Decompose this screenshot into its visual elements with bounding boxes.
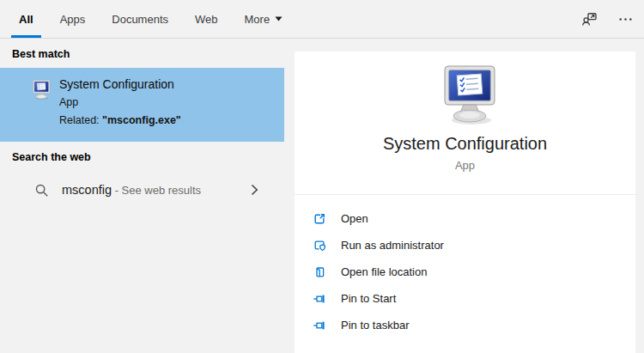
best-match-result[interactable]: System Configuration App Related: "mscon… (0, 68, 284, 142)
launch-icon (313, 212, 326, 226)
tab-all[interactable]: All (11, 0, 41, 38)
action-pin-to-start[interactable]: Pin to Start (313, 285, 635, 312)
tab-documents-label: Documents (112, 13, 168, 26)
web-query: msconfig (62, 183, 112, 197)
admin-shield-icon (313, 239, 326, 253)
related-label: Related: (59, 114, 102, 126)
context-actions: Open Run as administrator (295, 195, 635, 338)
web-search-result[interactable]: msconfig - See web results (0, 171, 284, 209)
more-options-icon[interactable] (617, 11, 634, 28)
preview-panel: System Configuration App Open (295, 52, 635, 353)
tab-apps-label: Apps (60, 13, 86, 26)
action-run-as-admin[interactable]: Run as administrator (313, 232, 635, 259)
pin-icon (313, 292, 326, 306)
tab-web-label: Web (195, 13, 218, 26)
chevron-down-icon (275, 16, 283, 21)
tab-web[interactable]: Web (187, 0, 226, 38)
msconfig-app-icon (430, 65, 501, 129)
best-match-section-label: Best match (0, 40, 295, 68)
header-actions (580, 0, 634, 39)
tab-all-label: All (19, 13, 33, 26)
best-match-type: App (59, 96, 181, 108)
preview-title: System Configuration (383, 132, 547, 155)
tab-documents[interactable]: Documents (104, 0, 176, 38)
action-open-file-location[interactable]: Open file location (313, 259, 635, 285)
action-open-file-location-label: Open file location (341, 265, 427, 278)
best-match-text: System Configuration App Related: "mscon… (59, 76, 181, 142)
action-run-as-admin-label: Run as administrator (341, 239, 444, 252)
search-filter-tabs: All Apps Documents Web More (0, 0, 644, 39)
action-pin-to-taskbar[interactable]: Pin to taskbar (313, 312, 635, 338)
msconfig-app-icon (28, 79, 52, 102)
results-list: Best match (0, 40, 295, 353)
best-match-related: Related: "msconfig.exe" (59, 114, 181, 126)
tab-apps[interactable]: Apps (52, 0, 94, 38)
tab-more[interactable]: More (237, 0, 291, 38)
pin-icon (313, 319, 326, 332)
best-match-title: System Configuration (59, 76, 181, 92)
action-open-label: Open (341, 212, 368, 225)
preview-subtitle: App (455, 159, 475, 172)
action-open[interactable]: Open (313, 205, 635, 232)
tab-more-label: More (245, 13, 270, 26)
chevron-right-icon[interactable] (251, 184, 258, 196)
windows-search-flyout: All Apps Documents Web More (0, 0, 644, 353)
web-search-text: msconfig - See web results (62, 183, 201, 197)
action-pin-to-taskbar-label: Pin to taskbar (341, 319, 410, 332)
folder-open-icon (313, 265, 326, 279)
related-value: "msconfig.exe" (102, 114, 181, 126)
action-pin-to-start-label: Pin to Start (341, 292, 396, 305)
web-suffix: - See web results (112, 184, 201, 197)
search-icon (34, 183, 49, 198)
search-web-section-label: Search the web (0, 142, 295, 171)
feedback-user-icon[interactable] (580, 11, 598, 28)
